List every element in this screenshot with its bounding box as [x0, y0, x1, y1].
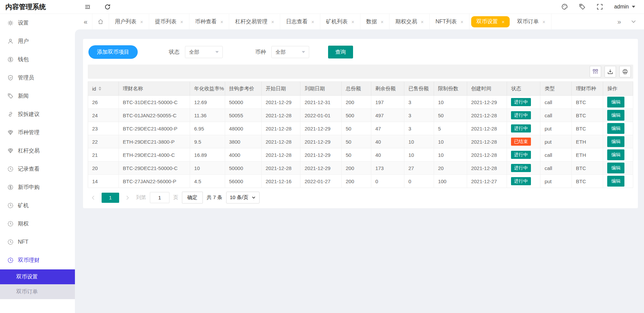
- add-dual-project-button[interactable]: 添加双币项目: [88, 45, 138, 59]
- export-button[interactable]: [605, 66, 616, 77]
- sidebar-item-miner[interactable]: 矿机: [0, 196, 75, 215]
- next-page-icon[interactable]: [123, 193, 132, 203]
- edit-button[interactable]: 编辑: [607, 97, 624, 107]
- sidebar-item-dual-coin[interactable]: 双币理财: [0, 251, 75, 269]
- user-menu[interactable]: admin: [614, 4, 635, 10]
- current-page-button[interactable]: 1: [102, 193, 119, 203]
- cell-sold: 10: [404, 135, 434, 148]
- close-icon[interactable]: ×: [381, 19, 384, 24]
- close-icon[interactable]: ×: [271, 19, 274, 24]
- cell-limit: 20: [434, 162, 467, 175]
- edit-button[interactable]: 编辑: [607, 176, 624, 187]
- tab-2[interactable]: 币种查看×: [189, 14, 230, 29]
- cell-name: ETH-29DEC21-3800-P: [118, 135, 190, 148]
- close-icon[interactable]: ×: [180, 19, 183, 24]
- close-icon[interactable]: ×: [220, 19, 223, 24]
- sidebar-subitem-dual-settings[interactable]: 双币设置: [0, 269, 75, 284]
- sidebar-item-settings[interactable]: 设置: [0, 14, 75, 32]
- cell-coin: BTC: [572, 162, 603, 175]
- sidebar-item-records[interactable]: 记录查看: [0, 160, 75, 178]
- tab-9[interactable]: 双币设置×: [471, 16, 510, 27]
- theme-palette-icon[interactable]: [561, 3, 568, 10]
- goto-page-input[interactable]: [150, 192, 169, 203]
- sidebar-item-admins[interactable]: 管理员: [0, 69, 75, 87]
- tab-1[interactable]: 提币列表×: [149, 14, 189, 29]
- edit-button[interactable]: 编辑: [607, 123, 624, 134]
- tab-label: 杠杆交易管理: [235, 18, 267, 25]
- cell-ref_price: 48000: [225, 122, 261, 135]
- prev-page-icon[interactable]: [88, 193, 98, 203]
- cell-remaining: 173: [371, 162, 404, 175]
- tabs-scroll-left-icon[interactable]: «: [79, 14, 92, 29]
- goto-confirm-button[interactable]: 确定: [182, 192, 203, 203]
- cell-total: 50: [342, 148, 371, 162]
- close-icon[interactable]: ×: [311, 19, 314, 24]
- cell-remaining: 0: [371, 175, 404, 188]
- tab-7[interactable]: 期权交易×: [390, 14, 430, 29]
- sidebar-item-options[interactable]: 期权: [0, 215, 75, 233]
- fullscreen-icon[interactable]: [596, 3, 603, 10]
- tab-4[interactable]: 日志查看×: [280, 14, 320, 29]
- coin-select[interactable]: 全部: [271, 46, 309, 58]
- close-icon[interactable]: ×: [502, 19, 505, 24]
- status-filter-label: 状态: [169, 49, 180, 56]
- tab-5[interactable]: 矿机列表×: [320, 14, 360, 29]
- cell-coin: BTC: [572, 96, 603, 109]
- tab-3[interactable]: 杠杆交易管理×: [229, 14, 280, 29]
- sidebar-item-news[interactable]: 新闻: [0, 87, 75, 105]
- column-header-10: 创建时间: [467, 82, 507, 96]
- column-filter-button[interactable]: [590, 66, 601, 77]
- close-icon[interactable]: ×: [140, 19, 143, 24]
- tag-icon[interactable]: [579, 3, 586, 10]
- cell-remaining: 40: [371, 135, 404, 148]
- tab-label: 日志查看: [286, 18, 307, 25]
- sidebar-item-coin-manage[interactable]: 币种管理: [0, 123, 75, 142]
- cell-limit: 5: [434, 122, 467, 135]
- cell-start: 2021-12-28: [261, 148, 300, 162]
- edit-button[interactable]: 编辑: [607, 149, 624, 160]
- home-tab[interactable]: [92, 14, 109, 29]
- sort-icon[interactable]: [99, 87, 101, 91]
- coin-select-value: 全部: [275, 49, 286, 55]
- tab-0[interactable]: 用户列表×: [109, 14, 149, 29]
- sidebar-item-label: 新闻: [18, 93, 29, 100]
- cell-id: 14: [88, 175, 119, 188]
- collapse-sidebar-icon[interactable]: [84, 4, 91, 10]
- topbar-left: [84, 4, 111, 10]
- edit-button[interactable]: 编辑: [607, 163, 624, 173]
- column-header-14: 操作: [603, 82, 633, 96]
- cell-id: 21: [88, 148, 119, 162]
- sidebar-subitem-dual-orders[interactable]: 双币订单: [0, 284, 75, 299]
- sidebar-item-users[interactable]: 用户: [0, 32, 75, 50]
- tabs-scroll-right-icon[interactable]: »: [617, 18, 621, 26]
- status-select[interactable]: 全部: [185, 46, 223, 58]
- tab-8[interactable]: NFT列表×: [430, 14, 469, 29]
- page-size-select[interactable]: 10 条/页: [226, 192, 260, 203]
- edit-button[interactable]: 编辑: [607, 136, 624, 147]
- sidebar-item-wallet[interactable]: 钱包: [0, 50, 75, 69]
- refresh-icon[interactable]: [104, 4, 111, 10]
- close-icon[interactable]: ×: [421, 19, 424, 24]
- cell-created: 2021-12-28: [467, 109, 507, 122]
- sidebar-item-leverage[interactable]: 杠杆交易: [0, 142, 75, 160]
- chevron-down-icon: [251, 195, 256, 200]
- close-icon[interactable]: ×: [542, 19, 545, 24]
- print-button[interactable]: [619, 66, 631, 77]
- close-icon[interactable]: ×: [460, 19, 463, 24]
- tab-10[interactable]: 双币订单×: [511, 14, 552, 29]
- search-button[interactable]: 查询: [328, 46, 353, 58]
- history-icon: [7, 239, 14, 245]
- edit-button[interactable]: 编辑: [607, 110, 624, 121]
- tab-6[interactable]: 数据×: [360, 14, 390, 29]
- tabs-menu-icon[interactable]: [630, 19, 637, 25]
- sidebar-item-new-coin[interactable]: 新币申购: [0, 178, 75, 196]
- history-icon: [7, 202, 14, 209]
- close-icon[interactable]: ×: [351, 19, 354, 24]
- sidebar-item-nft[interactable]: NFT: [0, 233, 75, 251]
- sidebar-item-label: 用户: [18, 38, 29, 45]
- sidebar-item-feedback[interactable]: 投拆建议: [0, 105, 75, 123]
- status-badge: 进行中: [511, 98, 531, 106]
- cell-id: 26: [88, 96, 119, 109]
- tab-label: NFT列表: [435, 18, 457, 25]
- cell-action: 编辑: [603, 175, 633, 188]
